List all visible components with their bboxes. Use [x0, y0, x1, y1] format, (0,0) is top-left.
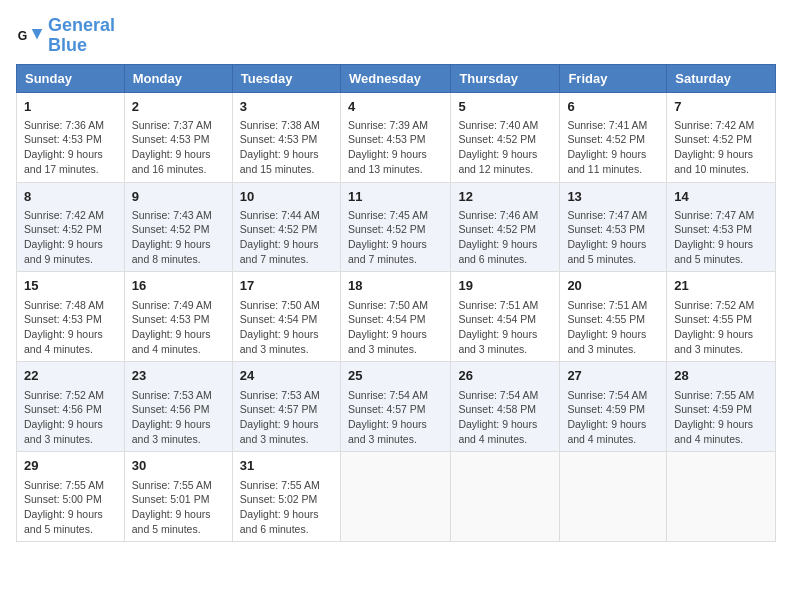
day-number: 14: [674, 188, 768, 206]
day-info: Sunrise: 7:54 AM Sunset: 4:59 PM Dayligh…: [567, 388, 659, 447]
day-number: 25: [348, 367, 443, 385]
day-number: 23: [132, 367, 225, 385]
calendar-cell: 23Sunrise: 7:53 AM Sunset: 4:56 PM Dayli…: [124, 362, 232, 452]
day-number: 16: [132, 277, 225, 295]
calendar-cell: 29Sunrise: 7:55 AM Sunset: 5:00 PM Dayli…: [17, 452, 125, 542]
day-number: 2: [132, 98, 225, 116]
calendar-cell: 7Sunrise: 7:42 AM Sunset: 4:52 PM Daylig…: [667, 92, 776, 182]
day-number: 29: [24, 457, 117, 475]
day-info: Sunrise: 7:39 AM Sunset: 4:53 PM Dayligh…: [348, 118, 443, 177]
day-info: Sunrise: 7:36 AM Sunset: 4:53 PM Dayligh…: [24, 118, 117, 177]
day-info: Sunrise: 7:50 AM Sunset: 4:54 PM Dayligh…: [348, 298, 443, 357]
calendar-cell: 13Sunrise: 7:47 AM Sunset: 4:53 PM Dayli…: [560, 182, 667, 272]
day-number: 8: [24, 188, 117, 206]
calendar-cell: 6Sunrise: 7:41 AM Sunset: 4:52 PM Daylig…: [560, 92, 667, 182]
day-number: 28: [674, 367, 768, 385]
calendar-cell: 20Sunrise: 7:51 AM Sunset: 4:55 PM Dayli…: [560, 272, 667, 362]
calendar-cell: [667, 452, 776, 542]
page-header: G GeneralBlue: [16, 16, 776, 56]
calendar-cell: 26Sunrise: 7:54 AM Sunset: 4:58 PM Dayli…: [451, 362, 560, 452]
day-number: 10: [240, 188, 333, 206]
calendar-cell: [560, 452, 667, 542]
day-info: Sunrise: 7:51 AM Sunset: 4:54 PM Dayligh…: [458, 298, 552, 357]
day-info: Sunrise: 7:54 AM Sunset: 4:57 PM Dayligh…: [348, 388, 443, 447]
calendar-cell: 4Sunrise: 7:39 AM Sunset: 4:53 PM Daylig…: [340, 92, 450, 182]
calendar-cell: 16Sunrise: 7:49 AM Sunset: 4:53 PM Dayli…: [124, 272, 232, 362]
day-info: Sunrise: 7:47 AM Sunset: 4:53 PM Dayligh…: [674, 208, 768, 267]
day-info: Sunrise: 7:38 AM Sunset: 4:53 PM Dayligh…: [240, 118, 333, 177]
weekday-header-monday: Monday: [124, 64, 232, 92]
svg-text:G: G: [18, 28, 28, 42]
calendar-cell: 18Sunrise: 7:50 AM Sunset: 4:54 PM Dayli…: [340, 272, 450, 362]
weekday-header-tuesday: Tuesday: [232, 64, 340, 92]
day-number: 3: [240, 98, 333, 116]
day-number: 24: [240, 367, 333, 385]
logo-text: GeneralBlue: [48, 16, 115, 56]
day-number: 15: [24, 277, 117, 295]
day-info: Sunrise: 7:45 AM Sunset: 4:52 PM Dayligh…: [348, 208, 443, 267]
day-info: Sunrise: 7:52 AM Sunset: 4:56 PM Dayligh…: [24, 388, 117, 447]
day-info: Sunrise: 7:47 AM Sunset: 4:53 PM Dayligh…: [567, 208, 659, 267]
calendar-cell: 24Sunrise: 7:53 AM Sunset: 4:57 PM Dayli…: [232, 362, 340, 452]
calendar-cell: 25Sunrise: 7:54 AM Sunset: 4:57 PM Dayli…: [340, 362, 450, 452]
day-number: 20: [567, 277, 659, 295]
day-info: Sunrise: 7:53 AM Sunset: 4:57 PM Dayligh…: [240, 388, 333, 447]
svg-marker-1: [32, 29, 43, 40]
day-info: Sunrise: 7:42 AM Sunset: 4:52 PM Dayligh…: [24, 208, 117, 267]
day-number: 11: [348, 188, 443, 206]
day-number: 22: [24, 367, 117, 385]
day-info: Sunrise: 7:55 AM Sunset: 5:02 PM Dayligh…: [240, 478, 333, 537]
calendar-cell: 5Sunrise: 7:40 AM Sunset: 4:52 PM Daylig…: [451, 92, 560, 182]
calendar-cell: 15Sunrise: 7:48 AM Sunset: 4:53 PM Dayli…: [17, 272, 125, 362]
week-row-3: 15Sunrise: 7:48 AM Sunset: 4:53 PM Dayli…: [17, 272, 776, 362]
day-info: Sunrise: 7:41 AM Sunset: 4:52 PM Dayligh…: [567, 118, 659, 177]
weekday-header-saturday: Saturday: [667, 64, 776, 92]
week-row-1: 1Sunrise: 7:36 AM Sunset: 4:53 PM Daylig…: [17, 92, 776, 182]
day-number: 27: [567, 367, 659, 385]
day-number: 31: [240, 457, 333, 475]
day-info: Sunrise: 7:54 AM Sunset: 4:58 PM Dayligh…: [458, 388, 552, 447]
calendar-cell: 22Sunrise: 7:52 AM Sunset: 4:56 PM Dayli…: [17, 362, 125, 452]
day-info: Sunrise: 7:40 AM Sunset: 4:52 PM Dayligh…: [458, 118, 552, 177]
day-number: 12: [458, 188, 552, 206]
day-info: Sunrise: 7:55 AM Sunset: 5:01 PM Dayligh…: [132, 478, 225, 537]
day-info: Sunrise: 7:43 AM Sunset: 4:52 PM Dayligh…: [132, 208, 225, 267]
day-info: Sunrise: 7:50 AM Sunset: 4:54 PM Dayligh…: [240, 298, 333, 357]
calendar-cell: 12Sunrise: 7:46 AM Sunset: 4:52 PM Dayli…: [451, 182, 560, 272]
day-info: Sunrise: 7:55 AM Sunset: 4:59 PM Dayligh…: [674, 388, 768, 447]
calendar-cell: 30Sunrise: 7:55 AM Sunset: 5:01 PM Dayli…: [124, 452, 232, 542]
day-number: 5: [458, 98, 552, 116]
calendar-cell: 31Sunrise: 7:55 AM Sunset: 5:02 PM Dayli…: [232, 452, 340, 542]
day-number: 9: [132, 188, 225, 206]
week-row-5: 29Sunrise: 7:55 AM Sunset: 5:00 PM Dayli…: [17, 452, 776, 542]
week-row-2: 8Sunrise: 7:42 AM Sunset: 4:52 PM Daylig…: [17, 182, 776, 272]
weekday-header-friday: Friday: [560, 64, 667, 92]
calendar-cell: 14Sunrise: 7:47 AM Sunset: 4:53 PM Dayli…: [667, 182, 776, 272]
day-number: 26: [458, 367, 552, 385]
day-number: 6: [567, 98, 659, 116]
calendar-cell: 17Sunrise: 7:50 AM Sunset: 4:54 PM Dayli…: [232, 272, 340, 362]
weekday-header-row: SundayMondayTuesdayWednesdayThursdayFrid…: [17, 64, 776, 92]
day-number: 13: [567, 188, 659, 206]
day-number: 19: [458, 277, 552, 295]
day-number: 30: [132, 457, 225, 475]
day-info: Sunrise: 7:42 AM Sunset: 4:52 PM Dayligh…: [674, 118, 768, 177]
calendar-cell: 9Sunrise: 7:43 AM Sunset: 4:52 PM Daylig…: [124, 182, 232, 272]
day-number: 1: [24, 98, 117, 116]
day-info: Sunrise: 7:37 AM Sunset: 4:53 PM Dayligh…: [132, 118, 225, 177]
day-number: 4: [348, 98, 443, 116]
weekday-header-thursday: Thursday: [451, 64, 560, 92]
calendar-cell: 2Sunrise: 7:37 AM Sunset: 4:53 PM Daylig…: [124, 92, 232, 182]
day-number: 7: [674, 98, 768, 116]
calendar-cell: 3Sunrise: 7:38 AM Sunset: 4:53 PM Daylig…: [232, 92, 340, 182]
day-number: 18: [348, 277, 443, 295]
calendar-cell: 1Sunrise: 7:36 AM Sunset: 4:53 PM Daylig…: [17, 92, 125, 182]
day-info: Sunrise: 7:52 AM Sunset: 4:55 PM Dayligh…: [674, 298, 768, 357]
calendar-cell: 27Sunrise: 7:54 AM Sunset: 4:59 PM Dayli…: [560, 362, 667, 452]
weekday-header-sunday: Sunday: [17, 64, 125, 92]
calendar-cell: 8Sunrise: 7:42 AM Sunset: 4:52 PM Daylig…: [17, 182, 125, 272]
day-number: 17: [240, 277, 333, 295]
calendar-cell: 11Sunrise: 7:45 AM Sunset: 4:52 PM Dayli…: [340, 182, 450, 272]
day-number: 21: [674, 277, 768, 295]
day-info: Sunrise: 7:55 AM Sunset: 5:00 PM Dayligh…: [24, 478, 117, 537]
